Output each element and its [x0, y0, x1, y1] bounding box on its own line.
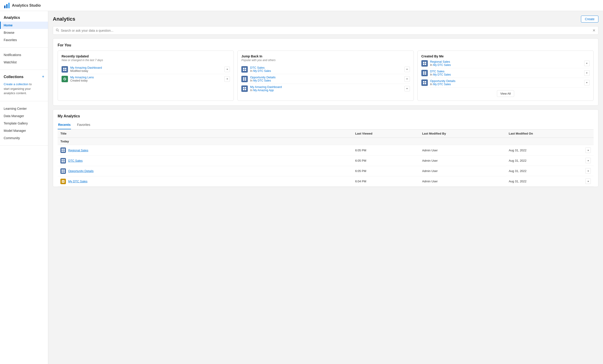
row-1-dropdown[interactable]: ▾	[585, 158, 591, 163]
created-by-me-card: Created By Me Regional Sales In My DTC S…	[417, 50, 594, 101]
row-1-title-cell: DTC Sales	[58, 155, 352, 166]
collections-title: Collections	[4, 75, 23, 79]
svg-rect-38	[61, 159, 63, 161]
jump-back-meta-link-1[interactable]: My DTC Sales	[253, 79, 271, 82]
sidebar-item-watchlist[interactable]: Watchlist	[0, 59, 48, 66]
created-by-me-icon-0	[421, 60, 428, 67]
view-all-button[interactable]: View All	[497, 90, 514, 97]
row-2-name[interactable]: Opportunity Details	[68, 169, 94, 173]
sidebar-item-template-gallery[interactable]: Template Gallery	[0, 120, 48, 127]
recently-updated-name-0[interactable]: My Amazing Dashboard	[70, 66, 102, 69]
jump-back-dropdown-2[interactable]: ▾	[404, 86, 410, 91]
sidebar-item-learning-center-label: Learning Center	[4, 107, 27, 110]
jump-back-meta-link-2[interactable]: My Amazing App	[253, 89, 274, 92]
created-by-me-meta-link-0[interactable]: My DTC Sales	[433, 63, 451, 67]
svg-rect-13	[245, 70, 246, 71]
svg-rect-12	[243, 70, 244, 71]
recently-updated-subtitle: New or changed in the last 7 days	[61, 59, 230, 62]
svg-rect-0	[4, 6, 6, 8]
tab-favorites[interactable]: Favorites	[76, 121, 91, 129]
table-row: DTC Sales 6:05 PM Admin User Aug 31, 202…	[58, 155, 594, 166]
table-row: A My DTC Sales 6:04 PM Admin User Aug 31…	[58, 176, 594, 187]
jump-back-meta-link-0[interactable]: My DTC Sales	[253, 69, 271, 72]
svg-rect-2	[8, 3, 10, 8]
svg-rect-28	[423, 73, 424, 75]
dashboard-icon-0	[61, 66, 68, 72]
sidebar-item-data-manager[interactable]: Data Manager	[0, 112, 48, 120]
jump-back-item-2: My Amazing Dashboard In My Amazing App ▾	[241, 84, 410, 93]
created-by-me-name-2[interactable]: Opportunity Details	[430, 79, 456, 83]
sidebar-item-model-manager[interactable]: Model Manager	[0, 127, 48, 134]
created-by-me-meta-link-2[interactable]: My DTC Sales	[433, 83, 451, 86]
analytics-studio-logo-icon	[4, 2, 10, 9]
recently-updated-meta-0: Modified today	[70, 69, 102, 72]
add-collection-button[interactable]: +	[42, 74, 44, 79]
sidebar-item-template-gallery-label: Template Gallery	[4, 121, 28, 125]
search-clear-icon[interactable]: ✕	[592, 28, 595, 33]
created-by-me-name-1[interactable]: DTC Sales	[430, 70, 451, 73]
row-0-name[interactable]: Regional Sales	[68, 149, 88, 152]
sidebar-item-notifications[interactable]: Notifications	[0, 51, 48, 59]
row-2-last-viewed: 6:05 PM	[352, 166, 419, 176]
col-title: Title	[58, 129, 352, 138]
created-by-me-dropdown-0[interactable]: ▾	[584, 61, 590, 66]
jump-back-in-card: Jump Back In Popular with you and others…	[237, 50, 414, 101]
jump-back-item-0: DTC Sales In My DTC Sales ▾	[241, 65, 410, 74]
svg-rect-27	[425, 71, 426, 73]
sidebar-item-model-manager-label: Model Manager	[4, 129, 26, 132]
row-3-name[interactable]: My DTC Sales	[68, 180, 87, 183]
created-by-me-meta-link-1[interactable]: My DTC Sales	[433, 73, 451, 76]
recently-updated-dropdown-1[interactable]: ▾	[224, 76, 230, 82]
sidebar-item-favorites[interactable]: Favorites	[0, 36, 48, 44]
sidebar-item-learning-center[interactable]: Learning Center	[0, 105, 48, 112]
row-2-modified-by: Admin User	[419, 166, 506, 176]
sidebar-item-browse[interactable]: Browse	[0, 29, 48, 36]
svg-rect-31	[425, 81, 426, 82]
row-0-icon	[60, 147, 66, 153]
svg-rect-19	[245, 87, 246, 88]
sidebar-section-analytics: Analytics Home Browse Favorites	[0, 11, 48, 47]
recently-updated-meta-1: Created today	[70, 79, 94, 82]
create-button[interactable]: Create	[581, 16, 598, 23]
row-1-name[interactable]: DTC Sales	[68, 159, 83, 162]
jump-back-dropdown-1[interactable]: ▾	[404, 76, 410, 82]
sidebar-section-collections: Collections + Create a collection tostar…	[0, 70, 48, 101]
search-input[interactable]	[61, 29, 592, 32]
row-3-dropdown[interactable]: ▾	[585, 178, 591, 184]
lens-icon-1	[61, 76, 68, 82]
row-0-dropdown[interactable]: ▾	[585, 147, 591, 153]
jump-back-name-0[interactable]: DTC Sales	[250, 66, 271, 69]
col-last-modified-by: Last Modified By	[419, 129, 506, 138]
svg-rect-5	[63, 68, 65, 69]
svg-rect-25	[425, 64, 426, 65]
created-by-me-icon-1	[421, 70, 428, 76]
svg-rect-7	[63, 70, 65, 71]
row-1-last-viewed: 6:05 PM	[352, 155, 419, 166]
recently-updated-name-1[interactable]: My Amazing Lens	[70, 76, 94, 79]
sidebar-item-home[interactable]: Home	[0, 22, 48, 29]
collections-description: Create a collection tostart organizing y…	[0, 81, 48, 97]
svg-rect-30	[423, 81, 424, 82]
jump-back-dropdown-0[interactable]: ▾	[404, 67, 410, 72]
row-2-title-cell: Opportunity Details	[58, 166, 352, 176]
tab-recents[interactable]: Recents	[58, 121, 71, 129]
app-logo: Analytics Studio	[4, 2, 41, 9]
search-icon	[56, 28, 59, 32]
row-0-last-viewed: 6:05 PM	[352, 145, 419, 156]
recently-updated-dropdown-0[interactable]: ▾	[224, 67, 230, 72]
created-by-me-item-0: Regional Sales In My DTC Sales ▾	[421, 59, 590, 68]
row-2-dropdown[interactable]: ▾	[585, 168, 591, 174]
table-row: Regional Sales 6:05 PM Admin User Aug 31…	[58, 145, 594, 156]
row-1-modified-by: Admin User	[419, 155, 506, 166]
row-0-modified-by: Admin User	[419, 145, 506, 156]
create-collection-link[interactable]: Create a collection	[4, 82, 28, 86]
created-by-me-dropdown-2[interactable]: ▾	[584, 80, 590, 85]
top-header: Analytics Studio	[0, 0, 603, 11]
created-by-me-name-0[interactable]: Regional Sales	[430, 60, 451, 63]
main-content: Analytics Create ✕ For You Recently Upda…	[48, 11, 603, 364]
jump-back-name-1[interactable]: Opportunity Details	[250, 76, 276, 79]
svg-rect-33	[425, 83, 426, 84]
jump-back-name-2[interactable]: My Amazing Dashboard	[250, 85, 282, 89]
sidebar-item-community[interactable]: Community	[0, 134, 48, 142]
created-by-me-dropdown-1[interactable]: ▾	[584, 70, 590, 76]
